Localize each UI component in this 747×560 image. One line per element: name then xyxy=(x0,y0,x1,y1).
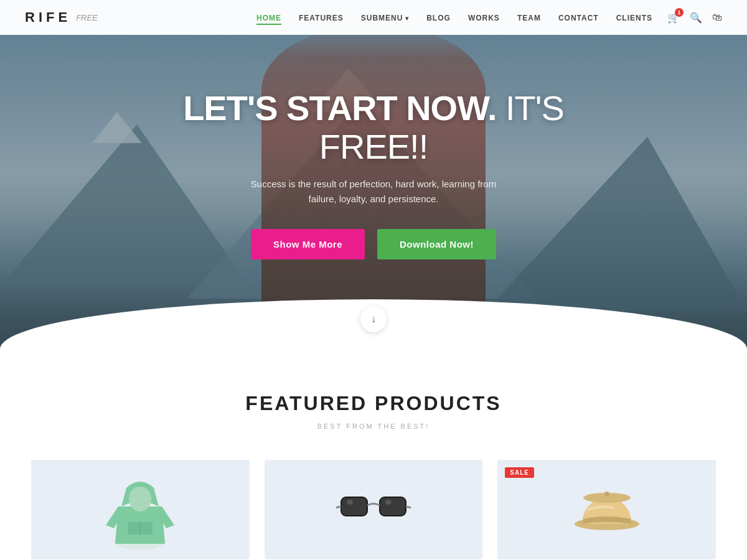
nav-item-features[interactable]: FEATURES xyxy=(299,12,344,23)
logo-tagline: free xyxy=(76,13,98,22)
nav-link-submenu[interactable]: SUBMENU xyxy=(361,14,409,22)
nav-item-contact[interactable]: CONTACT xyxy=(558,12,599,23)
product-card-glasses[interactable] xyxy=(265,460,483,559)
nav-link-team[interactable]: TEAM xyxy=(517,14,541,22)
navbar: RIFE free HOME FEATURES SUBMENU BLOG WOR… xyxy=(0,0,747,35)
svg-line-6 xyxy=(336,506,341,508)
products-section-subtitle: BEST FROM THE BEST! xyxy=(25,422,722,430)
svg-rect-4 xyxy=(341,497,367,516)
svg-point-8 xyxy=(347,500,353,505)
products-section-title: FEATURED PRODUCTS xyxy=(25,392,722,415)
glasses-illustration xyxy=(336,469,411,550)
search-icon[interactable]: 🔍 xyxy=(690,12,702,24)
nav-item-home[interactable]: HOME xyxy=(256,12,281,23)
hoodie-illustration xyxy=(103,469,177,550)
hat-illustration xyxy=(570,469,644,550)
product-card-hat[interactable]: SALE xyxy=(497,460,716,559)
nav-link-features[interactable]: FEATURES xyxy=(299,14,344,22)
svg-line-7 xyxy=(406,506,411,508)
sale-badge: SALE xyxy=(505,467,534,478)
scroll-down-button[interactable]: ↓ xyxy=(360,306,387,332)
product-card-hoodie[interactable] xyxy=(31,460,250,559)
hero-title-bold: LET'S START NOW. xyxy=(183,88,496,128)
svg-point-1 xyxy=(129,487,151,511)
svg-point-9 xyxy=(385,500,392,505)
nav-link-contact[interactable]: CONTACT xyxy=(558,14,599,22)
hero-title: LET'S START NOW. IT'S FREE!! xyxy=(125,89,622,166)
nav-link-clients[interactable]: CLIENTS xyxy=(616,14,652,22)
nav-link-works[interactable]: WORKS xyxy=(468,14,500,22)
wishlist-icon[interactable]: 🛍 xyxy=(712,12,722,23)
nav-item-team[interactable]: TEAM xyxy=(517,12,541,23)
products-grid: SALE xyxy=(31,460,716,559)
cart-button[interactable]: 🛒 1 xyxy=(667,12,680,24)
hero-section: LET'S START NOW. IT'S FREE!! Success is … xyxy=(0,0,747,348)
logo[interactable]: RIFE free xyxy=(25,9,98,26)
nav-link-blog[interactable]: BLOG xyxy=(426,14,451,22)
nav-item-clients[interactable]: CLIENTS xyxy=(616,12,652,23)
products-section: FEATURED PRODUCTS BEST FROM THE BEST! xyxy=(0,348,747,560)
cart-badge: 1 xyxy=(675,8,684,17)
nav-item-submenu[interactable]: SUBMENU xyxy=(361,12,409,23)
hero-content: LET'S START NOW. IT'S FREE!! Success is … xyxy=(125,89,622,259)
nav-item-blog[interactable]: BLOG xyxy=(426,12,451,23)
svg-rect-5 xyxy=(380,497,406,516)
show-more-button[interactable]: Show Me More xyxy=(251,229,365,259)
svg-point-12 xyxy=(604,492,609,497)
hero-buttons: Show Me More Download Now! xyxy=(125,229,622,259)
nav-item-works[interactable]: WORKS xyxy=(468,12,500,23)
nav-icons: 🛒 1 🔍 🛍 xyxy=(667,12,722,24)
nav-links: HOME FEATURES SUBMENU BLOG WORKS TEAM CO… xyxy=(256,12,652,23)
download-now-button[interactable]: Download Now! xyxy=(377,229,496,259)
chevron-down-icon: ↓ xyxy=(371,314,376,325)
hero-subtitle: Success is the result of perfection, har… xyxy=(243,177,504,207)
nav-link-home[interactable]: HOME xyxy=(256,14,281,25)
logo-text: RIFE xyxy=(25,9,71,26)
